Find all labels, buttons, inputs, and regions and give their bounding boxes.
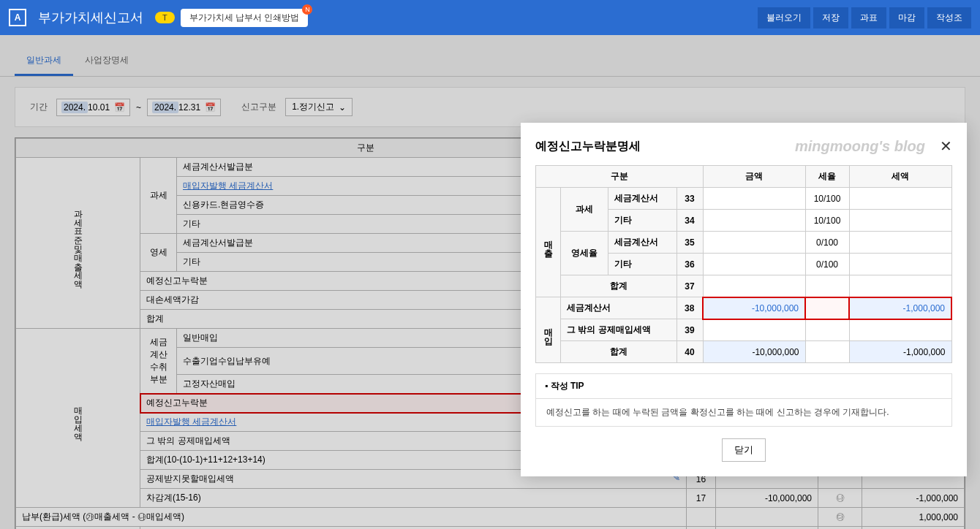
omission-modal: 예정신고누락분명세 mingmoong's blog ✕ 구분 금액 세율 세액…	[521, 123, 967, 476]
help-chip-label: 부가가치세 납부서 인쇄방법	[189, 12, 300, 23]
modal-gwase-label: 과세	[561, 188, 608, 232]
help-chip[interactable]: 부가가치세 납부서 인쇄방법 N	[181, 9, 309, 27]
subgroup-label: 과세	[140, 158, 177, 234]
modal-row-no: 33	[676, 188, 703, 210]
modal-cell-tax[interactable]	[849, 232, 951, 254]
type-label: 신고구분	[241, 101, 276, 113]
modal-row-no: 37	[676, 275, 703, 297]
close-icon[interactable]: ✕	[940, 137, 952, 155]
modal-cell-rate: 10/100	[805, 210, 849, 232]
modal-row-no: 38	[676, 297, 703, 319]
modal-header: 예정신고누락분명세 mingmoong's blog ✕	[535, 137, 952, 155]
write-button[interactable]: 작성조	[927, 7, 971, 28]
modal-cell-amt[interactable]	[703, 232, 805, 254]
modal-cell-rate	[805, 319, 849, 341]
row-no	[687, 508, 716, 527]
date-to-input[interactable]: 2024.12.31 📅	[147, 99, 221, 116]
mcol-amount: 금액	[703, 166, 805, 188]
modal-footer: 닫기	[535, 438, 952, 462]
modal-cell-tax[interactable]	[849, 254, 951, 275]
modal-cell-rate: 10/100	[805, 188, 849, 210]
modal-cell-rate	[805, 297, 849, 319]
tab-general[interactable]: 일반과세	[15, 48, 73, 76]
modal-cell-tax[interactable]	[849, 319, 951, 341]
modal-cell-tax[interactable]	[849, 210, 951, 232]
chevron-down-icon: ⌄	[339, 102, 346, 113]
group-label: 과세표준및매출세액	[16, 158, 140, 329]
date-from-year: 2024.	[61, 102, 88, 113]
page-title: 부가가치세신고서	[38, 9, 143, 26]
header-actions: 불러오기 저장 과표 마감 작성조	[758, 7, 971, 28]
modal-yeongse-label: 영세율	[561, 232, 608, 275]
modal-row-label: 합계	[561, 341, 677, 363]
cell-tax[interactable]: 1,000,000	[862, 508, 965, 527]
cell-amount[interactable]	[716, 527, 818, 530]
cell-amount[interactable]	[716, 508, 818, 527]
cell-tax[interactable]	[862, 527, 965, 530]
load-button[interactable]: 불러오기	[758, 7, 810, 28]
table-row: 납부(환급)세액 (㉮매출세액 - ㉯매입세액)㉰1,000,000	[16, 508, 965, 527]
modal-row-label: 세금계산서	[608, 188, 676, 210]
link-text[interactable]: 매입자발행 세금계산서	[146, 416, 236, 427]
filter-bar: 기간 2024.10.01 📅 ~ 2024.12.31 📅 신고구분 1.정기…	[15, 87, 965, 127]
modal-row-no: 34	[676, 210, 703, 232]
modal-title: 예정신고누락분명세	[535, 139, 641, 154]
modal-cell-amt	[703, 275, 805, 297]
modal-cell-tax[interactable]: -1,000,000	[849, 297, 951, 319]
modal-cell-tax	[849, 275, 951, 297]
modal-cell-rate	[805, 341, 849, 363]
cell-rate: ㉰	[818, 508, 862, 527]
modal-cell-amt[interactable]: -10,000,000	[703, 297, 805, 319]
modal-row-label: 기타	[608, 254, 676, 275]
row-no: 17	[687, 489, 716, 508]
modal-close-button[interactable]: 닫기	[722, 438, 766, 462]
modal-row-label: 그 밖의 공제매입세액	[561, 319, 677, 341]
row-no: 18	[687, 527, 716, 530]
modal-cell-amt: -10,000,000	[703, 341, 805, 363]
modal-cell-tax[interactable]	[849, 188, 951, 210]
modal-cell-rate: 0/100	[805, 232, 849, 254]
tip-heading: ▪ 작성 TIP	[536, 374, 951, 399]
modal-row-label: 기타	[608, 210, 676, 232]
modal-cell-amt[interactable]	[703, 254, 805, 275]
modal-cell-amt[interactable]	[703, 319, 805, 341]
date-from-input[interactable]: 2024.10.01 📅	[56, 99, 130, 116]
calendar-icon[interactable]: 📅	[205, 102, 216, 113]
modal-purchase-label: 매입	[536, 297, 561, 363]
cell-tax[interactable]: -1,000,000	[862, 489, 965, 508]
group-label: 경감공제세액	[16, 527, 140, 530]
type-select[interactable]: 1.정기신고 ⌄	[285, 98, 353, 116]
badge-t: T	[155, 12, 175, 23]
modal-table: 구분 금액 세율 세액 매출 과세 세금계산서 33 10/100 기타 34 …	[535, 165, 952, 363]
cell-rate: ㉯	[818, 489, 862, 508]
row-label: 차감계(15-16)	[140, 489, 687, 508]
modal-cell-amt[interactable]	[703, 210, 805, 232]
tip-box: ▪ 작성 TIP 예정신고를 하는 때에 누락된 금액을 확정신고를 하는 때에…	[535, 373, 952, 427]
mcol-rate: 세율	[805, 166, 849, 188]
modal-row-label: 세금계산서	[561, 297, 677, 319]
calendar-icon[interactable]: 📅	[114, 102, 125, 113]
modal-watermark: mingmoong's blog	[795, 138, 925, 155]
mcol-gubun: 구분	[536, 166, 704, 188]
period-label: 기간	[30, 101, 48, 113]
tab-business[interactable]: 사업장명세	[73, 48, 140, 76]
date-to-year: 2024.	[152, 102, 178, 113]
new-badge: N	[302, 4, 312, 15]
table-row: 경감공제세액그밖의 경감.공제세액✎18	[16, 527, 965, 530]
tip-body: 예정신고를 하는 때에 누락된 금액을 확정신고를 하는 때에 신고하는 경우에…	[536, 399, 951, 426]
group-label: 매입세액	[16, 329, 140, 508]
gwapyo-button[interactable]: 과표	[851, 7, 886, 28]
close-period-button[interactable]: 마감	[889, 7, 924, 28]
date-tilde: ~	[136, 102, 141, 113]
save-button[interactable]: 저장	[813, 7, 848, 28]
row-label: 납부(환급)세액 (㉮매출세액 - ㉯매입세액)	[16, 508, 687, 527]
modal-row-no: 39	[676, 319, 703, 341]
cell-amount[interactable]: -10,000,000	[716, 489, 818, 508]
date-to-md: 12.31	[178, 102, 200, 113]
modal-cell-amt[interactable]	[703, 188, 805, 210]
tab-bar: 일반과세 사업장명세	[0, 35, 980, 77]
link-text[interactable]: 매입자발행 세금계산서	[183, 180, 273, 191]
date-from-md: 10.01	[88, 102, 110, 113]
row-label: 그밖의 경감.공제세액✎	[140, 527, 687, 530]
modal-cell-rate: 0/100	[805, 254, 849, 275]
